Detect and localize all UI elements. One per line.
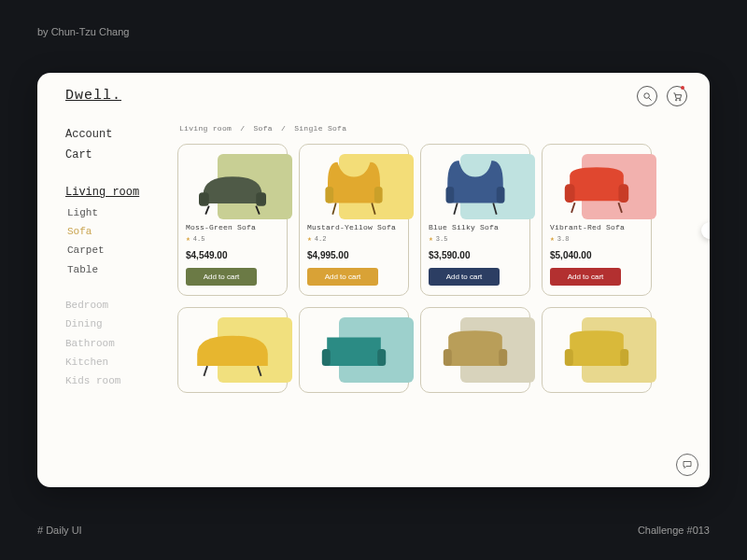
product-price: $3,590.00 — [429, 250, 522, 260]
svg-rect-22 — [322, 349, 331, 366]
attribution-text: by Chun-Tzu Chang — [37, 26, 129, 37]
svg-line-14 — [454, 203, 458, 215]
breadcrumb-1[interactable]: Sofa — [253, 124, 272, 133]
product-grid: Moss-Green Sofa ★4.5 $4,549.00 Add to ca… — [177, 144, 710, 393]
product-name: Mustard-Yellow Sofa — [307, 223, 401, 231]
svg-rect-9 — [374, 187, 383, 203]
product-name: Blue Silky Sofa — [429, 223, 522, 231]
svg-rect-8 — [325, 187, 333, 203]
sidebar-cart[interactable]: Cart — [65, 145, 177, 165]
product-image — [429, 152, 522, 219]
svg-rect-5 — [256, 192, 266, 205]
svg-line-18 — [571, 203, 575, 213]
product-rating: 3.8 — [557, 235, 570, 243]
svg-line-11 — [372, 203, 375, 215]
product-name: Vibrant-Red Sofa — [550, 223, 643, 231]
sidebar-room-dining[interactable]: Dining — [65, 315, 177, 333]
sidebar-subcat-sofa[interactable]: Sofa — [67, 222, 177, 241]
svg-rect-25 — [499, 349, 507, 366]
svg-rect-17 — [618, 184, 628, 203]
app-window: Dwell. Account Cart Living room Light So… — [37, 73, 710, 487]
footer-left-text: # Daily UI — [37, 525, 82, 536]
svg-line-21 — [258, 366, 261, 376]
product-image — [429, 315, 522, 383]
svg-rect-27 — [620, 349, 628, 366]
add-to-cart-button[interactable]: Add to cart — [186, 268, 257, 286]
product-card[interactable]: Blue Silky Sofa ★3.5 $3,590.00 Add to ca… — [420, 144, 530, 296]
product-card[interactable] — [420, 307, 530, 393]
product-image — [307, 152, 401, 219]
svg-rect-4 — [199, 192, 209, 205]
footer-right-text: Challenge #013 — [638, 525, 710, 536]
product-rating: 3.5 — [436, 235, 448, 243]
product-image — [186, 315, 279, 383]
add-to-cart-button[interactable]: Add to cart — [429, 268, 500, 286]
svg-line-19 — [618, 203, 622, 213]
star-icon: ★ — [429, 234, 433, 243]
product-price: $4,549.00 — [186, 250, 279, 260]
svg-rect-16 — [565, 184, 575, 203]
product-card[interactable] — [177, 307, 288, 393]
svg-rect-26 — [565, 349, 573, 366]
product-card[interactable]: Moss-Green Sofa ★4.5 $4,549.00 Add to ca… — [177, 144, 288, 296]
product-image — [307, 315, 401, 383]
breadcrumb-0[interactable]: Living room — [179, 124, 232, 133]
product-image — [550, 315, 643, 383]
star-icon: ★ — [550, 234, 555, 243]
breadcrumb-2[interactable]: Single Sofa — [294, 124, 346, 133]
product-card[interactable]: Mustard-Yellow Sofa ★4.2 $4,995.00 Add t… — [299, 144, 409, 296]
svg-rect-12 — [446, 187, 455, 203]
sidebar-room-living-room[interactable]: Living room — [65, 182, 177, 203]
sidebar-subcat-carpet[interactable]: Carpet — [67, 241, 177, 259]
star-icon: ★ — [186, 234, 190, 243]
product-rating: 4.2 — [315, 235, 327, 243]
sidebar-room-bedroom[interactable]: Bedroom — [65, 296, 177, 315]
product-price: $4,995.00 — [307, 250, 401, 260]
product-card[interactable]: Vibrant-Red Sofa ★3.8 $5,040.00 Add to c… — [542, 144, 652, 296]
svg-rect-23 — [377, 349, 386, 366]
breadcrumb: Living room / Sofa / Single Sofa — [177, 124, 710, 133]
product-name: Moss-Green Sofa — [186, 223, 279, 231]
svg-rect-13 — [497, 187, 505, 203]
product-image — [186, 152, 279, 219]
main-content: Living room / Sofa / Single Sofa Moss-Gr… — [177, 73, 710, 487]
product-card[interactable] — [299, 307, 409, 393]
svg-rect-24 — [444, 349, 452, 366]
svg-line-20 — [204, 366, 207, 376]
product-price: $5,040.00 — [550, 250, 643, 260]
sidebar: Account Cart Living room Light Sofa Carp… — [37, 73, 177, 487]
sidebar-room-kitchen[interactable]: Kitchen — [65, 353, 177, 371]
add-to-cart-button[interactable]: Add to cart — [550, 268, 621, 286]
star-icon: ★ — [307, 234, 312, 243]
svg-line-15 — [493, 203, 497, 215]
sidebar-subcat-light[interactable]: Light — [67, 203, 177, 222]
sidebar-account[interactable]: Account — [65, 124, 177, 145]
sidebar-room-bathroom[interactable]: Bathroom — [65, 334, 177, 353]
product-card[interactable] — [542, 307, 652, 393]
svg-line-7 — [256, 206, 260, 215]
svg-line-6 — [205, 206, 209, 215]
product-rating: 4.5 — [193, 235, 205, 243]
brand-logo[interactable]: Dwell. — [65, 88, 121, 104]
product-image — [550, 152, 643, 219]
sidebar-subcat-table[interactable]: Table — [67, 260, 177, 279]
svg-line-10 — [332, 203, 336, 215]
add-to-cart-button[interactable]: Add to cart — [307, 268, 378, 286]
chat-icon[interactable] — [676, 454, 698, 476]
sidebar-room-kids-room[interactable]: Kids room — [65, 371, 177, 390]
